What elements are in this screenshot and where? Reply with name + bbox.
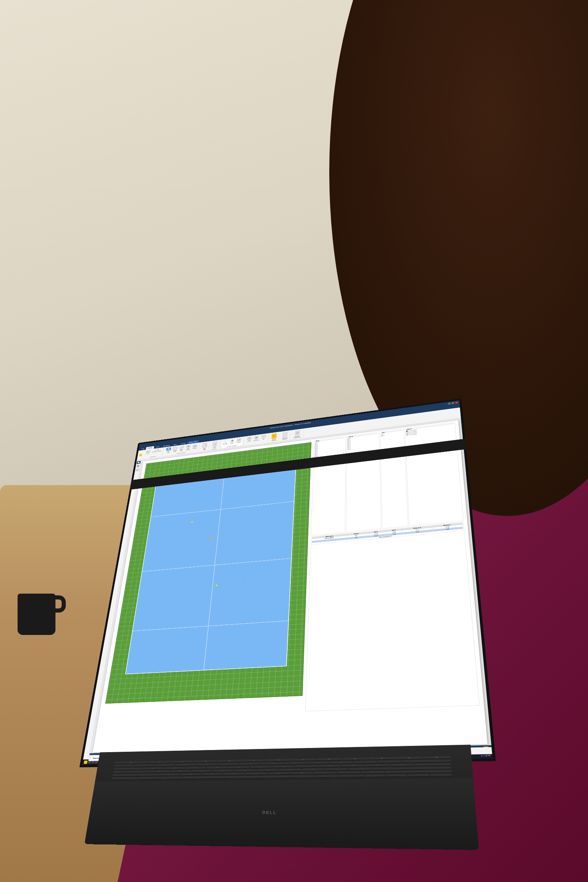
icon-bar-report[interactable]: 📊 xyxy=(136,460,141,464)
shapes-button[interactable]: ⬡ Shapes xyxy=(236,438,243,443)
refresh-button[interactable]: 🔄 Refresh xyxy=(191,444,198,449)
game-checkbox-7[interactable] xyxy=(348,447,349,448)
key-slash[interactable]: / xyxy=(361,771,385,774)
key-k[interactable]: K xyxy=(302,768,324,771)
key-f[interactable]: F xyxy=(212,770,234,772)
key-s[interactable]: S xyxy=(170,770,190,773)
key-y[interactable]: Y xyxy=(250,765,272,768)
key-4[interactable]: 4 xyxy=(196,763,217,766)
key-2[interactable]: 2 xyxy=(154,764,175,766)
key-f6[interactable]: F6 xyxy=(266,759,290,761)
from-marketplace-button[interactable]: 🏪 FromMarketplace xyxy=(253,435,260,441)
key-5[interactable]: 5 xyxy=(218,763,239,765)
key-n[interactable]: N xyxy=(267,772,290,775)
key-ctrl-r[interactable] xyxy=(340,774,364,777)
key-f4[interactable]: F4 xyxy=(218,760,241,762)
key-b[interactable]: B xyxy=(245,772,267,775)
shot-checkbox-2[interactable] xyxy=(315,444,316,445)
set-checkbox-2[interactable] xyxy=(381,435,383,436)
key-esc[interactable]: ESC xyxy=(114,761,147,764)
game-checkbox-1[interactable] xyxy=(348,438,349,439)
key-f10[interactable]: F10 xyxy=(369,757,395,760)
key-bracket-l[interactable]: [ xyxy=(365,764,388,766)
icon-bar-data[interactable]: 🗄 xyxy=(136,464,140,468)
recent-data-button[interactable]: 🕐 RecentData xyxy=(171,446,178,452)
key-alt-l[interactable] xyxy=(160,777,182,779)
key-1[interactable]: 1 xyxy=(134,764,154,767)
key-equals[interactable]: = xyxy=(378,760,401,763)
key-f11[interactable]: F11 xyxy=(396,757,422,760)
game-checkbox-4[interactable] xyxy=(348,442,349,444)
text-box-button[interactable]: A Text box xyxy=(222,440,229,445)
shot-checkbox-9[interactable] xyxy=(315,454,316,456)
set-checkbox-1[interactable] xyxy=(381,434,383,435)
key-f5[interactable]: F5 xyxy=(242,759,266,762)
key-comma[interactable]: , xyxy=(314,771,336,774)
key-ctrl-l[interactable] xyxy=(112,777,138,779)
key-enter[interactable] xyxy=(397,766,451,770)
minimize-button[interactable]: ─ xyxy=(448,402,451,405)
game-checkbox-6[interactable] xyxy=(348,446,349,447)
key-semi[interactable]: ; xyxy=(349,768,372,770)
maximize-button[interactable]: □ xyxy=(451,402,454,404)
key-6[interactable]: 6 xyxy=(239,762,261,765)
key-bracket-r[interactable]: ] xyxy=(389,764,413,766)
enter-data-button[interactable]: 📝 EnterData xyxy=(178,445,185,452)
shot-checkbox-8[interactable] xyxy=(315,453,316,454)
game-checkbox-3[interactable] xyxy=(348,441,349,442)
key-l[interactable]: L xyxy=(325,768,348,771)
key-h[interactable]: H xyxy=(256,769,278,771)
key-f2[interactable]: F2 xyxy=(171,760,194,763)
key-quote[interactable]: ' xyxy=(373,767,396,770)
key-arrow-l[interactable]: ← xyxy=(364,774,385,777)
key-arrow-r[interactable]: → xyxy=(429,774,451,776)
key-u[interactable]: U xyxy=(272,765,294,768)
game-checkbox-5[interactable] xyxy=(348,444,349,446)
key-f7[interactable]: F7 xyxy=(291,758,316,761)
key-3[interactable]: 3 xyxy=(175,764,196,766)
key-e[interactable]: E xyxy=(185,766,206,770)
key-0[interactable]: 0 xyxy=(330,761,353,764)
new-page-button[interactable]: 📄+ NewPage xyxy=(201,442,208,451)
taskbar-icon-2[interactable] xyxy=(91,760,95,763)
key-a[interactable]: A xyxy=(149,770,169,773)
key-backslash[interactable] xyxy=(414,763,451,766)
key-r[interactable]: R xyxy=(206,766,227,769)
key-shift-l[interactable] xyxy=(112,774,159,776)
key-9[interactable]: 9 xyxy=(307,761,329,764)
taskbar-icon-3[interactable] xyxy=(94,760,98,763)
key-minus[interactable]: - xyxy=(353,761,377,764)
shot-checkbox-4[interactable] xyxy=(315,447,316,448)
shot-checkbox-6[interactable] xyxy=(315,450,316,451)
key-f1[interactable]: F1 xyxy=(147,761,170,764)
shot-checkbox-1[interactable] xyxy=(315,442,316,443)
key-d[interactable]: D xyxy=(191,770,212,772)
close-button[interactable]: ✕ xyxy=(455,401,458,404)
key-f8[interactable]: F8 xyxy=(316,758,342,761)
key-f9[interactable]: F9 xyxy=(342,757,368,760)
key-w[interactable]: W xyxy=(164,767,184,770)
ask-question-button[interactable]: ❓ Ask AQuestion xyxy=(246,436,252,442)
visual-button[interactable]: 📊 Visual xyxy=(211,441,218,448)
key-f3[interactable]: F3 xyxy=(194,760,217,763)
key-backspace[interactable] xyxy=(402,759,450,762)
key-caps[interactable] xyxy=(112,770,148,773)
cut-button[interactable]: ✂ Cut xyxy=(145,450,151,455)
key-f12[interactable]: F12 xyxy=(423,756,450,759)
key-7[interactable]: 7 xyxy=(261,762,284,765)
key-i[interactable]: I xyxy=(295,765,317,768)
advanced-analytics-button[interactable]: 📈 AdvancedAnalytics xyxy=(281,431,289,440)
key-period[interactable]: . xyxy=(337,771,360,774)
key-tab[interactable] xyxy=(113,768,143,770)
key-shift-r[interactable] xyxy=(385,770,451,774)
shot-checkbox-3[interactable] xyxy=(315,445,316,447)
key-g[interactable]: G xyxy=(234,769,256,772)
match-checkbox-4[interactable] xyxy=(406,435,408,436)
key-m[interactable]: M xyxy=(290,772,313,774)
key-alt-r[interactable] xyxy=(315,775,339,778)
key-z[interactable]: Z xyxy=(159,774,180,776)
taskbar-icon-1[interactable] xyxy=(88,761,91,764)
manage-relationships-button[interactable]: 🔗 ManageRelationships xyxy=(292,430,302,439)
switch-themes-button[interactable]: 🎨 SwitchThemes xyxy=(270,433,278,441)
key-x[interactable]: X xyxy=(180,773,201,776)
